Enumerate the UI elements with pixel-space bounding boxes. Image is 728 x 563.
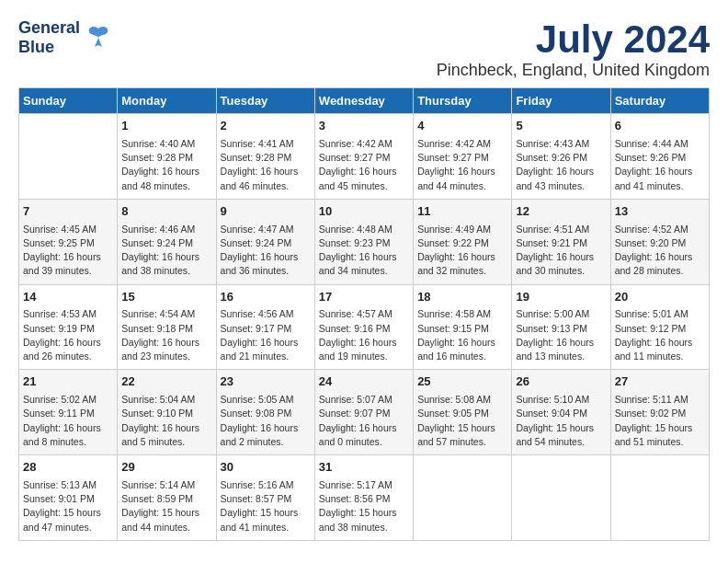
- cell-daylight-info: Sunrise: 4:46 AM Sunset: 9:24 PM Dayligh…: [121, 223, 211, 279]
- header-cell-tuesday: Tuesday: [216, 88, 314, 114]
- calendar-cell: 31Sunrise: 5:17 AM Sunset: 8:56 PM Dayli…: [314, 455, 413, 541]
- calendar-cell: 7Sunrise: 4:45 AM Sunset: 9:25 PM Daylig…: [19, 199, 118, 284]
- header: GeneralBlue July 2024 Pinchbeck, England…: [18, 18, 710, 80]
- header-cell-monday: Monday: [118, 88, 216, 114]
- calendar-cell: [512, 455, 610, 541]
- day-number: 18: [417, 289, 507, 306]
- cell-daylight-info: Sunrise: 5:05 AM Sunset: 9:08 PM Dayligh…: [221, 393, 311, 449]
- header-cell-saturday: Saturday: [610, 88, 709, 114]
- cell-daylight-info: Sunrise: 5:13 AM Sunset: 9:01 PM Dayligh…: [23, 478, 113, 534]
- day-number: 5: [516, 118, 606, 135]
- week-row-1: 1Sunrise: 4:40 AM Sunset: 9:28 PM Daylig…: [19, 114, 710, 200]
- calendar-cell: 12Sunrise: 4:51 AM Sunset: 9:21 PM Dayli…: [512, 199, 610, 284]
- calendar-cell: 1Sunrise: 4:40 AM Sunset: 9:28 PM Daylig…: [118, 114, 216, 200]
- cell-daylight-info: Sunrise: 4:57 AM Sunset: 9:16 PM Dayligh…: [319, 307, 409, 363]
- cell-daylight-info: Sunrise: 4:49 AM Sunset: 9:22 PM Dayligh…: [417, 223, 507, 279]
- calendar-cell: 24Sunrise: 5:07 AM Sunset: 9:07 PM Dayli…: [314, 370, 413, 455]
- day-number: 8: [121, 203, 211, 221]
- calendar-cell: 20Sunrise: 5:01 AM Sunset: 9:12 PM Dayli…: [610, 284, 709, 370]
- week-row-3: 14Sunrise: 4:53 AM Sunset: 9:19 PM Dayli…: [19, 284, 710, 370]
- day-number: 31: [319, 459, 409, 477]
- day-number: 10: [319, 203, 409, 221]
- day-number: 27: [615, 373, 705, 391]
- day-number: 24: [319, 373, 409, 391]
- calendar-cell: [610, 455, 709, 541]
- calendar-cell: [19, 114, 118, 200]
- day-number: 28: [23, 459, 113, 477]
- calendar-cell: 16Sunrise: 4:56 AM Sunset: 9:17 PM Dayli…: [216, 284, 314, 370]
- day-number: 16: [221, 289, 311, 306]
- cell-daylight-info: Sunrise: 5:11 AM Sunset: 9:02 PM Dayligh…: [615, 393, 705, 449]
- header-cell-friday: Friday: [512, 88, 610, 114]
- calendar-cell: 30Sunrise: 5:16 AM Sunset: 8:57 PM Dayli…: [216, 455, 314, 541]
- cell-daylight-info: Sunrise: 4:58 AM Sunset: 9:15 PM Dayligh…: [417, 307, 507, 363]
- cell-daylight-info: Sunrise: 4:41 AM Sunset: 9:28 PM Dayligh…: [221, 137, 311, 193]
- day-number: 4: [417, 118, 507, 135]
- calendar-cell: 18Sunrise: 4:58 AM Sunset: 9:15 PM Dayli…: [414, 284, 512, 370]
- cell-daylight-info: Sunrise: 5:02 AM Sunset: 9:11 PM Dayligh…: [23, 393, 113, 449]
- calendar-table: SundayMondayTuesdayWednesdayThursdayFrid…: [18, 87, 710, 541]
- day-number: 15: [121, 289, 211, 306]
- logo-text: GeneralBlue: [18, 18, 80, 56]
- calendar-cell: 3Sunrise: 4:42 AM Sunset: 9:27 PM Daylig…: [314, 114, 413, 200]
- main-title: July 2024: [437, 18, 710, 61]
- cell-daylight-info: Sunrise: 5:17 AM Sunset: 8:56 PM Dayligh…: [319, 478, 409, 534]
- calendar-cell: 15Sunrise: 4:54 AM Sunset: 9:18 PM Dayli…: [118, 284, 216, 370]
- day-number: 20: [615, 289, 705, 306]
- day-number: 14: [23, 289, 113, 306]
- cell-daylight-info: Sunrise: 5:00 AM Sunset: 9:13 PM Dayligh…: [516, 307, 606, 363]
- calendar-cell: 14Sunrise: 4:53 AM Sunset: 9:19 PM Dayli…: [19, 284, 118, 370]
- cell-daylight-info: Sunrise: 5:10 AM Sunset: 9:04 PM Dayligh…: [516, 393, 606, 449]
- calendar-cell: 22Sunrise: 5:04 AM Sunset: 9:10 PM Dayli…: [118, 370, 216, 455]
- calendar-cell: 21Sunrise: 5:02 AM Sunset: 9:11 PM Dayli…: [19, 370, 118, 455]
- calendar-cell: 2Sunrise: 4:41 AM Sunset: 9:28 PM Daylig…: [216, 114, 314, 200]
- calendar-cell: 4Sunrise: 4:42 AM Sunset: 9:27 PM Daylig…: [414, 114, 512, 200]
- day-number: 22: [121, 373, 211, 391]
- cell-daylight-info: Sunrise: 4:54 AM Sunset: 9:18 PM Dayligh…: [121, 307, 211, 363]
- day-number: 17: [319, 289, 409, 306]
- week-row-2: 7Sunrise: 4:45 AM Sunset: 9:25 PM Daylig…: [19, 199, 710, 284]
- cell-daylight-info: Sunrise: 4:47 AM Sunset: 9:24 PM Dayligh…: [221, 223, 311, 279]
- day-number: 21: [23, 373, 113, 391]
- day-number: 2: [221, 118, 311, 135]
- subtitle: Pinchbeck, England, United Kingdom: [437, 61, 710, 80]
- cell-daylight-info: Sunrise: 4:51 AM Sunset: 9:21 PM Dayligh…: [516, 223, 606, 279]
- header-cell-sunday: Sunday: [19, 88, 118, 114]
- day-number: 29: [121, 459, 211, 477]
- day-number: 3: [319, 118, 409, 135]
- day-number: 19: [516, 289, 606, 306]
- calendar-cell: 23Sunrise: 5:05 AM Sunset: 9:08 PM Dayli…: [216, 370, 314, 455]
- calendar-cell: 6Sunrise: 4:44 AM Sunset: 9:26 PM Daylig…: [610, 114, 709, 200]
- cell-daylight-info: Sunrise: 4:40 AM Sunset: 9:28 PM Dayligh…: [121, 137, 211, 193]
- calendar-cell: 27Sunrise: 5:11 AM Sunset: 9:02 PM Dayli…: [610, 370, 709, 455]
- calendar-cell: 8Sunrise: 4:46 AM Sunset: 9:24 PM Daylig…: [118, 199, 216, 284]
- cell-daylight-info: Sunrise: 4:52 AM Sunset: 9:20 PM Dayligh…: [615, 223, 705, 279]
- day-number: 13: [615, 203, 705, 221]
- cell-daylight-info: Sunrise: 5:04 AM Sunset: 9:10 PM Dayligh…: [121, 393, 211, 449]
- day-number: 30: [221, 459, 311, 477]
- calendar-cell: 11Sunrise: 4:49 AM Sunset: 9:22 PM Dayli…: [414, 199, 512, 284]
- header-cell-wednesday: Wednesday: [314, 88, 413, 114]
- day-number: 1: [121, 118, 211, 135]
- week-row-5: 28Sunrise: 5:13 AM Sunset: 9:01 PM Dayli…: [19, 455, 710, 541]
- day-number: 26: [516, 373, 606, 391]
- calendar-cell: 28Sunrise: 5:13 AM Sunset: 9:01 PM Dayli…: [19, 455, 118, 541]
- cell-daylight-info: Sunrise: 4:42 AM Sunset: 9:27 PM Dayligh…: [319, 137, 409, 193]
- cell-daylight-info: Sunrise: 4:53 AM Sunset: 9:19 PM Dayligh…: [23, 307, 113, 363]
- calendar-cell: [414, 455, 512, 541]
- cell-daylight-info: Sunrise: 5:08 AM Sunset: 9:05 PM Dayligh…: [417, 393, 507, 449]
- calendar-cell: 25Sunrise: 5:08 AM Sunset: 9:05 PM Dayli…: [414, 370, 512, 455]
- cell-daylight-info: Sunrise: 4:48 AM Sunset: 9:23 PM Dayligh…: [319, 223, 409, 279]
- day-number: 23: [221, 373, 311, 391]
- cell-daylight-info: Sunrise: 4:42 AM Sunset: 9:27 PM Dayligh…: [417, 137, 507, 193]
- cell-daylight-info: Sunrise: 4:44 AM Sunset: 9:26 PM Dayligh…: [615, 137, 705, 193]
- day-number: 9: [221, 203, 311, 221]
- day-number: 25: [417, 373, 507, 391]
- calendar-cell: 10Sunrise: 4:48 AM Sunset: 9:23 PM Dayli…: [314, 199, 413, 284]
- calendar-cell: 19Sunrise: 5:00 AM Sunset: 9:13 PM Dayli…: [512, 284, 610, 370]
- header-row: SundayMondayTuesdayWednesdayThursdayFrid…: [19, 88, 710, 114]
- calendar-cell: 9Sunrise: 4:47 AM Sunset: 9:24 PM Daylig…: [216, 199, 314, 284]
- logo: GeneralBlue: [18, 18, 115, 56]
- day-number: 12: [516, 203, 606, 221]
- day-number: 11: [417, 203, 507, 221]
